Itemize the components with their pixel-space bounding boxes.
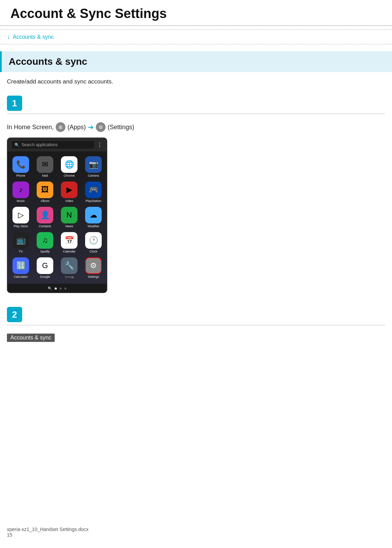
app-label-ツール: ツール [65,275,74,280]
app-label-chrome: Chrome [64,174,75,177]
app-icon-spotify: ♫ [37,232,53,249]
step-1-settings-label: (Settings) [108,124,134,131]
app-cell-phone: 📞Phone [9,154,33,179]
step-1-container: 1 [0,89,392,122]
step-1-badge: 1 [7,96,22,111]
app-label-contacts: Contacts [39,224,51,228]
app-cell-album: 🖼Album [33,179,57,204]
phone-search-placeholder: Search applications [21,142,58,147]
footer-filename: xperia-xz1_10_Handset Settings.docx [7,527,89,532]
app-cell-calendar: 📅Calendar [57,230,81,255]
step-1-instruction: In Home Screen, ⊞ (Apps) ➔ ⚙ (Settings) [0,122,392,138]
page-footer: xperia-xz1_10_Handset Settings.docx 15 [7,527,89,538]
phone-search-box: 🔍 Search applications [12,141,94,149]
section-description: Create/add accounts and sync accounts. [0,72,392,89]
app-cell-video: ▶Video [57,179,81,204]
dot-2 [64,288,66,290]
app-label-video: Video [65,199,73,203]
app-cell-music: ♪Music [9,179,33,204]
step-2-container: 2 [0,300,392,334]
app-icon-calculator: 🔢 [12,257,29,274]
app-label-calculator: Calculator [14,275,28,279]
app-icon-ツール: 🔧 [61,257,78,274]
step-1-prefix: In Home Screen, [7,124,54,131]
settings-cog-icon: ⚙ [96,122,106,132]
phone-screenshot: 🔍 Search applications ⋮ 📞Phone✉Mail🌐Chro… [7,138,107,293]
app-icon-clock: 🕐 [85,232,102,249]
app-cell-google: GGoogle [33,255,57,281]
app-icon-mail: ✉ [37,156,53,173]
step-1-apps-label: (Apps) [67,124,86,131]
app-icon-album: 🖼 [37,182,53,198]
app-label-music: Music [17,199,25,203]
app-label-weather: Weather [88,224,99,228]
step-2-badge: 2 [7,307,22,322]
app-cell-camera: 📷Camera [82,154,105,179]
app-icon-camera: 📷 [85,156,102,173]
phone-search-bottom-icon: 🔍 [48,286,52,290]
app-label-play-store: Play Store [13,224,28,228]
app-icon-weather: ☁ [85,207,102,223]
app-cell-ツール: 🔧ツール [57,255,81,281]
phone-bottom-bar: 🔍 [8,284,107,292]
breadcrumb-arrow-icon: ↓ [7,33,10,41]
section-title: Accounts & sync [9,56,385,67]
apps-grid-icon: ⊞ [56,122,65,132]
app-icon-contacts: 👤 [37,207,53,223]
app-icon-chrome: 🌐 [61,156,78,173]
app-grid: 📞Phone✉Mail🌐Chrome📷Camera♪Music🖼Album▶Vi… [8,151,107,284]
app-icon-google: G [37,257,53,274]
phone-search-icon: 🔍 [15,143,19,147]
app-icon-playstation: 🎮 [85,182,102,198]
app-cell-spotify: ♫Spotify [33,230,57,255]
app-cell-play-store: ▷Play Store [9,205,33,229]
app-icon-calendar: 📅 [61,232,78,249]
dot-1 [60,288,62,290]
accounts-sync-highlight[interactable]: Accounts & sync [7,334,55,342]
app-label-news: News [65,224,73,228]
app-label-album: Album [40,199,49,203]
app-cell-news: NNews [57,205,81,229]
app-label-mail: Mail [42,174,48,177]
app-cell-weather: ☁Weather [82,205,105,229]
dot-active [55,288,57,290]
app-cell-settings: ⚙Settings [82,255,105,281]
app-label-phone: Phone [16,174,25,177]
step-2-divider [7,325,385,325]
app-label-camera: Camera [88,174,99,177]
app-cell-chrome: 🌐Chrome [57,154,81,179]
app-cell-clock: 🕐Clock [82,230,105,255]
app-cell-contacts: 👤Contacts [33,205,57,229]
app-label-calendar: Calendar [63,250,76,253]
app-icon-tv: 📺 [12,232,29,249]
app-icon-phone: 📞 [12,156,29,173]
app-label-google: Google [40,275,50,279]
app-label-tv: TV [19,250,23,253]
app-icon-music: ♪ [12,182,29,198]
app-label-playstation: PlayStation [85,199,101,203]
app-label-settings: Settings [88,275,99,279]
app-icon-video: ▶ [61,182,78,198]
step-1-arrow-icon: ➔ [88,123,94,131]
app-label-spotify: Spotify [40,250,50,253]
app-cell-tv: 📺TV [9,230,33,255]
app-cell-playstation: 🎮PlayStation [82,179,105,204]
app-icon-settings: ⚙ [85,257,102,274]
section-header: Accounts & sync [0,51,392,72]
page-title: Account & Sync Settings [10,6,382,21]
breadcrumb-link[interactable]: Accounts & sync [13,34,54,40]
app-cell-mail: ✉Mail [33,154,57,179]
app-label-clock: Clock [90,250,98,253]
breadcrumb: ↓ Accounts & sync [0,29,392,44]
phone-top-bar: 🔍 Search applications ⋮ [8,138,107,151]
phone-menu-icon: ⋮ [97,142,102,148]
app-cell-calculator: 🔢Calculator [9,255,33,281]
app-icon-news: N [61,207,78,223]
page-header: Account & Sync Settings [0,0,392,26]
footer-page-number: 15 [7,532,89,538]
app-icon-play-store: ▷ [12,207,29,223]
step-1-divider [7,114,385,114]
